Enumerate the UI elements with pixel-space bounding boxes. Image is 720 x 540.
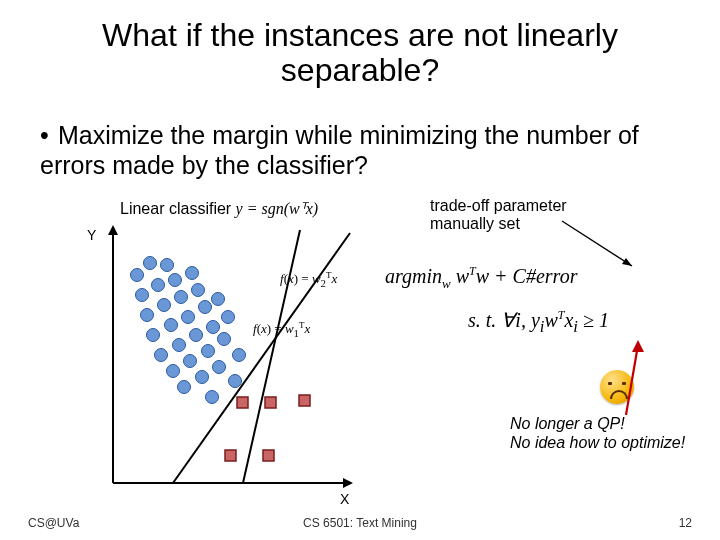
- svg-point-34: [213, 361, 226, 374]
- svg-point-11: [169, 274, 182, 287]
- svg-rect-38: [265, 397, 276, 408]
- svg-point-12: [186, 267, 199, 280]
- slide-number: 12: [679, 516, 692, 530]
- svg-point-19: [182, 311, 195, 324]
- no-longer-line-1: No longer a QP!: [510, 415, 625, 432]
- svg-point-17: [147, 329, 160, 342]
- footer-center: CS 6501: Text Mining: [0, 516, 720, 530]
- axis-label-x: X: [340, 491, 349, 507]
- svg-point-8: [161, 259, 174, 272]
- fx-w2-label: f(x) = w2Tx: [280, 270, 337, 289]
- svg-rect-39: [299, 395, 310, 406]
- svg-point-13: [141, 309, 154, 322]
- tradeoff-note: trade-off parameter manually set: [430, 197, 567, 234]
- red-points: [225, 395, 310, 461]
- tradeoff-arrow: [557, 211, 647, 271]
- svg-point-35: [229, 375, 242, 388]
- no-longer-note: No longer a QP! No idea how to optimize!: [510, 414, 685, 452]
- svg-point-29: [202, 345, 215, 358]
- svg-point-16: [192, 284, 205, 297]
- svg-point-22: [155, 349, 168, 362]
- linear-classifier-line: Linear classifier y = sgn(wᵀx): [120, 199, 318, 218]
- svg-marker-5: [343, 478, 353, 488]
- svg-marker-3: [108, 225, 118, 235]
- svg-line-42: [626, 345, 638, 415]
- no-longer-line-2: No idea how to optimize!: [510, 434, 685, 451]
- svg-point-18: [165, 319, 178, 332]
- blue-points: [131, 257, 246, 404]
- bullet-dot: •: [40, 120, 58, 150]
- svg-point-25: [207, 321, 220, 334]
- classifier-formula: y = sgn(wᵀx): [236, 200, 319, 217]
- fx-w1-label: f(x) = w1Tx: [253, 320, 310, 339]
- svg-point-30: [218, 333, 231, 346]
- svg-point-21: [212, 293, 225, 306]
- svg-point-26: [222, 311, 235, 324]
- svg-point-32: [178, 381, 191, 394]
- svg-rect-41: [263, 450, 274, 461]
- svg-point-27: [167, 365, 180, 378]
- svg-point-7: [144, 257, 157, 270]
- svg-point-14: [158, 299, 171, 312]
- svg-point-36: [206, 391, 219, 404]
- svg-point-6: [131, 269, 144, 282]
- svg-point-31: [233, 349, 246, 362]
- svg-point-28: [184, 355, 197, 368]
- svg-point-23: [173, 339, 186, 352]
- svg-marker-1: [622, 258, 632, 266]
- svg-line-0: [562, 221, 632, 266]
- tradeoff-line-1: trade-off parameter: [430, 197, 567, 214]
- bullet-text: Maximize the margin while minimizing the…: [40, 121, 639, 179]
- svg-point-15: [175, 291, 188, 304]
- svg-point-9: [136, 289, 149, 302]
- svg-point-20: [199, 301, 212, 314]
- tradeoff-line-2: manually set: [430, 215, 520, 232]
- svg-marker-43: [632, 340, 644, 352]
- optimization-line-2: s. t. ∀i, yiwTxi ≥ 1: [468, 308, 609, 337]
- classifier-label: Linear classifier: [120, 200, 236, 217]
- line-w1: [243, 230, 300, 483]
- slide-title: What if the instances are not linearly s…: [40, 18, 680, 88]
- svg-point-24: [190, 329, 203, 342]
- svg-rect-40: [225, 450, 236, 461]
- svg-rect-37: [237, 397, 248, 408]
- svg-point-33: [196, 371, 209, 384]
- nolonger-arrow: [616, 340, 646, 420]
- scatter-plot: [95, 225, 355, 495]
- optimization-line-1: argminw wTw + C#error: [385, 264, 577, 292]
- svg-point-10: [152, 279, 165, 292]
- bullet-1: •Maximize the margin while minimizing th…: [40, 120, 680, 180]
